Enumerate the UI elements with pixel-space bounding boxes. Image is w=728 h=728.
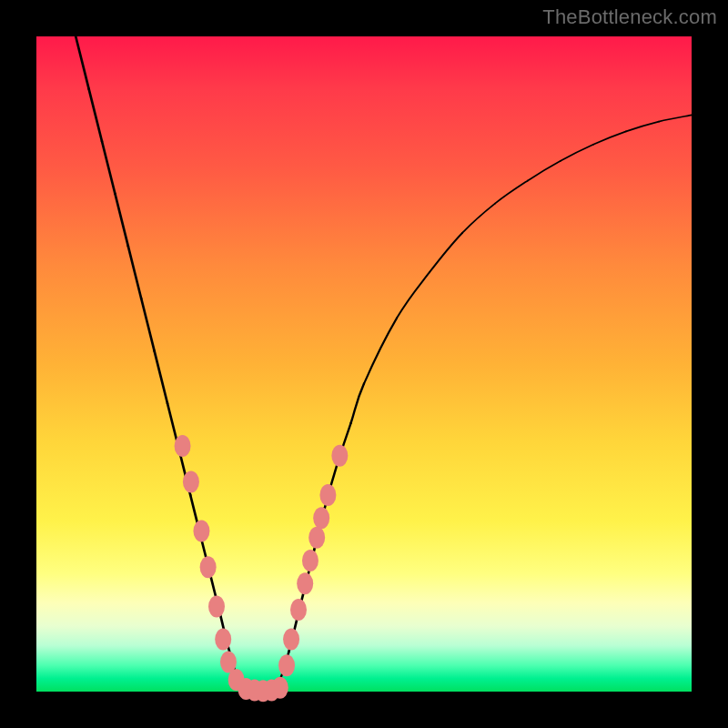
plot-area — [36, 36, 692, 692]
curve-segment — [155, 351, 167, 404]
curve-segment — [430, 233, 462, 272]
marker-point-right — [278, 654, 295, 676]
marker-point-bottom — [272, 677, 288, 699]
curve-segment — [364, 318, 397, 384]
watermark-text: TheBottleneck.com — [542, 5, 717, 29]
curve-segment — [128, 246, 141, 298]
marker-point-right — [331, 445, 348, 467]
marker-point-right — [297, 572, 313, 594]
curve-segment — [528, 161, 561, 181]
marker-point-right — [308, 527, 325, 549]
chart-frame: TheBottleneck.com — [0, 0, 728, 728]
bottleneck-curve — [76, 36, 692, 693]
marker-point-right — [302, 550, 318, 571]
curve-segment — [397, 272, 430, 318]
marker-point-right — [313, 507, 329, 529]
curve-segment — [141, 298, 154, 351]
marker-point-left — [193, 521, 209, 542]
curve-segment — [76, 36, 88, 89]
marker-group — [175, 435, 349, 702]
curve-segment — [102, 141, 115, 194]
curve-segment — [462, 204, 495, 233]
marker-point-left — [200, 556, 217, 578]
curve-segment — [115, 194, 127, 247]
marker-point-left — [183, 471, 199, 493]
curve-segment — [561, 145, 593, 161]
curve-segment — [626, 122, 659, 132]
curve-segment — [351, 384, 364, 423]
curve-segment — [593, 131, 626, 144]
marker-point-left — [208, 595, 225, 617]
curve-segment — [659, 115, 692, 121]
marker-point-left — [175, 435, 191, 457]
marker-point-right — [283, 628, 299, 650]
curve-segment — [89, 89, 102, 142]
curve-segment — [495, 180, 528, 203]
marker-point-right — [319, 484, 336, 506]
curve-layer — [36, 36, 692, 692]
marker-point-left — [215, 628, 231, 650]
marker-point-right — [290, 599, 307, 621]
